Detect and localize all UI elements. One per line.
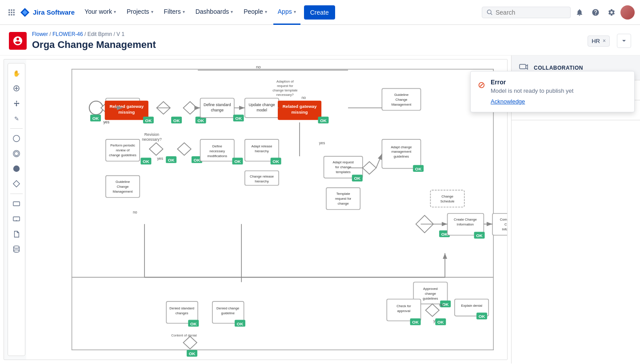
settings-button[interactable] bbox=[604, 5, 619, 20]
move-tool-button[interactable] bbox=[9, 96, 24, 111]
svg-marker-183 bbox=[183, 336, 197, 349]
svg-text:no: no bbox=[133, 210, 137, 214]
svg-text:Check for: Check for bbox=[396, 304, 411, 308]
hr-label-pill: HR × bbox=[588, 36, 610, 47]
svg-text:Adapt request: Adapt request bbox=[332, 160, 354, 164]
select-tool-button[interactable] bbox=[9, 81, 24, 95]
svg-text:Related gateway: Related gateway bbox=[283, 104, 317, 109]
svg-text:OK: OK bbox=[143, 159, 149, 164]
svg-marker-18 bbox=[13, 181, 20, 187]
bpmn-diagram[interactable]: no Check for new ... OK yes Related gate… bbox=[26, 59, 508, 360]
diamond-button[interactable] bbox=[9, 177, 24, 191]
svg-text:yes: yes bbox=[157, 156, 164, 161]
pen-tool-button[interactable]: ✎ bbox=[9, 111, 24, 126]
svg-text:no: no bbox=[301, 95, 306, 100]
header-text: Flower / FLOWER-46 / Edit Bpmn / V 1 Org… bbox=[32, 31, 588, 51]
svg-point-16 bbox=[15, 152, 19, 156]
svg-text:OK: OK bbox=[441, 232, 448, 237]
app-switcher-button[interactable] bbox=[5, 6, 18, 19]
toolbar-separator-2 bbox=[10, 194, 23, 194]
svg-rect-5 bbox=[13, 12, 15, 13]
label-remove-button[interactable]: × bbox=[603, 38, 606, 44]
svg-text:change: change bbox=[338, 202, 349, 206]
svg-text:Explain denial: Explain denial bbox=[461, 304, 482, 308]
nav-projects[interactable]: Projects ▾ bbox=[122, 0, 158, 25]
svg-text:Change: Change bbox=[117, 185, 129, 189]
error-popup: ⊘ Error Model is not ready to publish ye… bbox=[470, 71, 635, 112]
svg-text:change: change bbox=[211, 108, 224, 112]
svg-text:management: management bbox=[392, 150, 412, 154]
avatar[interactable] bbox=[620, 5, 635, 20]
svg-text:Perform periodic: Perform periodic bbox=[110, 143, 135, 147]
svg-text:change: change bbox=[425, 292, 436, 296]
breadcrumb-version: V 1 bbox=[116, 31, 124, 37]
svg-rect-1 bbox=[11, 9, 12, 11]
rectangle-button[interactable] bbox=[9, 197, 24, 211]
svg-text:for change: for change bbox=[335, 165, 351, 169]
panel-title: COLLABORATION bbox=[534, 65, 583, 71]
breadcrumb: Flower / FLOWER-46 / Edit Bpmn / V 1 bbox=[32, 31, 588, 37]
hand-tool-button[interactable]: ✋ bbox=[9, 66, 24, 80]
cylinder-button[interactable] bbox=[9, 242, 24, 256]
breadcrumb-issue[interactable]: FLOWER-46 bbox=[52, 31, 83, 37]
create-button[interactable]: Create bbox=[304, 5, 335, 20]
svg-text:hierarchy: hierarchy bbox=[255, 149, 269, 153]
nav-apps[interactable]: Apps ▾ bbox=[273, 0, 300, 25]
error-icon: ⊘ bbox=[478, 79, 485, 90]
nav-dashboards[interactable]: Dashboards ▾ bbox=[191, 0, 238, 25]
circle-filled-button[interactable] bbox=[9, 162, 24, 176]
svg-text:request for: request for bbox=[335, 197, 352, 201]
svg-text:OK: OK bbox=[479, 314, 485, 319]
svg-text:Adaption of: Adaption of bbox=[276, 79, 294, 83]
search-box[interactable] bbox=[482, 7, 571, 18]
page-header: Flower / FLOWER-46 / Edit Bpmn / V 1 Org… bbox=[0, 25, 640, 55]
gear-icon bbox=[608, 8, 616, 16]
svg-text:OK: OK bbox=[173, 118, 180, 123]
help-button[interactable] bbox=[588, 5, 603, 20]
svg-text:missing: missing bbox=[118, 110, 135, 115]
svg-text:Management: Management bbox=[113, 190, 133, 194]
notifications-button[interactable] bbox=[572, 5, 587, 20]
document-button[interactable] bbox=[9, 227, 24, 241]
bpmn-canvas[interactable]: ✋ ✎ bbox=[4, 59, 508, 360]
svg-text:OK: OK bbox=[415, 166, 422, 171]
svg-text:review of: review of bbox=[116, 148, 130, 152]
nav-people[interactable]: People ▾ bbox=[239, 0, 272, 25]
svg-text:Template: Template bbox=[336, 192, 350, 196]
search-input[interactable] bbox=[496, 9, 558, 16]
svg-text:Define standard: Define standard bbox=[204, 103, 231, 107]
svg-text:OK: OK bbox=[320, 118, 327, 123]
circle-double-button[interactable] bbox=[9, 146, 24, 161]
svg-text:request for: request for bbox=[277, 84, 293, 88]
svg-text:Guideline: Guideline bbox=[116, 180, 130, 184]
header-right: HR × bbox=[588, 34, 631, 48]
top-navigation: Jira Software Your work ▾ Projects ▾ Fil… bbox=[0, 0, 640, 25]
breadcrumb-project[interactable]: Flower bbox=[32, 31, 48, 37]
svg-text:Adapt change: Adapt change bbox=[391, 145, 412, 149]
svg-rect-8 bbox=[13, 14, 15, 15]
svg-text:yes: yes bbox=[103, 120, 109, 124]
svg-text:OK: OK bbox=[412, 320, 419, 324]
circle-outline-button[interactable] bbox=[9, 131, 24, 146]
svg-text:Communicate: Communicate bbox=[500, 218, 508, 222]
svg-text:approval: approval bbox=[397, 309, 411, 313]
svg-line-10 bbox=[491, 13, 492, 15]
chevron-down-icon bbox=[621, 38, 627, 44]
svg-text:templates: templates bbox=[336, 170, 351, 174]
nav-your-work[interactable]: Your work ▾ bbox=[80, 0, 120, 25]
acknowledge-button[interactable]: Acknowledge bbox=[491, 98, 525, 105]
logo[interactable]: Jira Software bbox=[20, 7, 75, 18]
label-dropdown-button[interactable] bbox=[617, 34, 631, 48]
nav-filters[interactable]: Filters ▾ bbox=[160, 0, 189, 25]
svg-text:guidelines: guidelines bbox=[394, 154, 409, 158]
svg-marker-84 bbox=[177, 143, 191, 155]
svg-text:OK: OK bbox=[168, 158, 175, 162]
svg-text:hierarchy: hierarchy bbox=[255, 179, 269, 183]
svg-text:Management: Management bbox=[392, 103, 412, 107]
svg-rect-19 bbox=[13, 202, 20, 206]
svg-text:guidelines: guidelines bbox=[423, 297, 438, 301]
svg-point-23 bbox=[14, 246, 20, 248]
svg-text:OK: OK bbox=[92, 116, 99, 121]
svg-text:Adapt release: Adapt release bbox=[251, 144, 272, 148]
rectangle-sub-button[interactable] bbox=[9, 212, 24, 226]
